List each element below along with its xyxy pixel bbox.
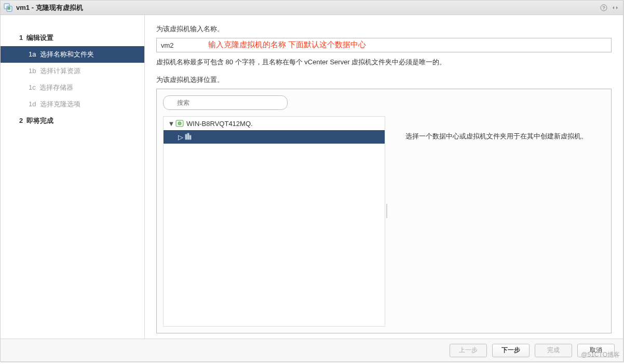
search-input[interactable] (163, 95, 288, 110)
titlebar[interactable]: vm1 - 克隆现有虚拟机 ? (1, 1, 623, 15)
step-label: 选择克隆选项 (40, 100, 80, 108)
tree-root-label: WIN-B8RVQT412MQ. (186, 120, 253, 128)
step-num: 1a (29, 50, 36, 58)
vm-clone-icon (4, 3, 13, 12)
search-wrap (163, 95, 288, 110)
svg-rect-2 (8, 7, 10, 9)
step-label: 选择名称和文件夹 (40, 50, 94, 58)
step-1c[interactable]: 1c 选择存储器 (1, 79, 144, 96)
step-label: 选择存储器 (39, 83, 73, 91)
svg-rect-11 (189, 135, 191, 139)
tree-pane: ▼ WIN-B8RVQT412MQ. ▷ (163, 95, 385, 327)
step-1[interactable]: 1 编辑设置 (1, 30, 144, 46)
name-prompt: 为该虚拟机输入名称。 (156, 24, 612, 34)
step-num: 1c (29, 83, 36, 91)
svg-text:?: ? (602, 5, 605, 10)
next-button[interactable]: 下一步 (492, 344, 530, 357)
help-icon[interactable]: ? (599, 3, 608, 12)
clone-vm-dialog: vm1 - 克隆现有虚拟机 ? 1 编辑设置 1a 选择名称和文件夹 1b 选择… (0, 0, 623, 362)
vcenter-icon (175, 119, 184, 128)
step-label: 即将完成 (26, 117, 53, 124)
step-label: 编辑设置 (26, 34, 53, 41)
expand-icon[interactable] (611, 3, 620, 12)
wizard-steps: 1 编辑设置 1a 选择名称和文件夹 1b 选择计算资源 1c 选择存储器 1d… (1, 15, 145, 339)
step-1d[interactable]: 1d 选择克隆选项 (1, 96, 144, 113)
chevron-down-icon[interactable]: ▼ (168, 120, 175, 128)
location-tree[interactable]: ▼ WIN-B8RVQT412MQ. ▷ (163, 116, 385, 327)
svg-rect-10 (187, 133, 189, 139)
step-num: 2 (19, 117, 23, 124)
chevron-right-icon[interactable]: ▷ (177, 133, 184, 141)
step-label: 选择计算资源 (40, 67, 80, 75)
dialog-body: 1 编辑设置 1a 选择名称和文件夹 1b 选择计算资源 1c 选择存储器 1d… (1, 15, 623, 339)
step-num: 1d (29, 100, 36, 108)
datacenter-icon (184, 132, 194, 142)
step-num: 1b (29, 67, 36, 75)
cancel-button[interactable]: 取消 (577, 344, 615, 357)
vm-name-input[interactable] (156, 38, 612, 52)
finish-button[interactable]: 完成 (535, 344, 572, 357)
main-panel: 为该虚拟机输入名称。 输入克隆虚拟机的名称 下面默认这个数据中心 虚拟机名称最多… (145, 15, 623, 339)
location-panel: ▼ WIN-B8RVQT412MQ. ▷ (156, 89, 612, 333)
svg-rect-9 (185, 134, 187, 139)
step-1b[interactable]: 1b 选择计算资源 (1, 63, 144, 79)
back-button[interactable]: 上一步 (450, 344, 487, 357)
tree-datacenter[interactable]: ▷ (164, 130, 385, 144)
step-num: 1 (19, 34, 23, 41)
window-title: vm1 - 克隆现有虚拟机 (16, 3, 83, 12)
step-1a[interactable]: 1a 选择名称和文件夹 (1, 46, 144, 63)
location-hint-pane: 选择一个数据中心或虚拟机文件夹用于在其中创建新虚拟机。 (388, 95, 605, 327)
name-input-row: 输入克隆虚拟机的名称 下面默认这个数据中心 (156, 38, 612, 52)
step-2[interactable]: 2 即将完成 (1, 113, 144, 129)
name-note: 虚拟机名称最多可包含 80 个字符，且名称在每个 vCenter Server … (156, 58, 612, 67)
tree-root[interactable]: ▼ WIN-B8RVQT412MQ. (164, 117, 385, 130)
svg-point-8 (178, 122, 181, 125)
location-prompt: 为该虚拟机选择位置。 (156, 75, 612, 85)
location-hint: 选择一个数据中心或虚拟机文件夹用于在其中创建新虚拟机。 (405, 132, 588, 141)
dialog-footer: 上一步 下一步 完成 取消 (1, 339, 623, 361)
